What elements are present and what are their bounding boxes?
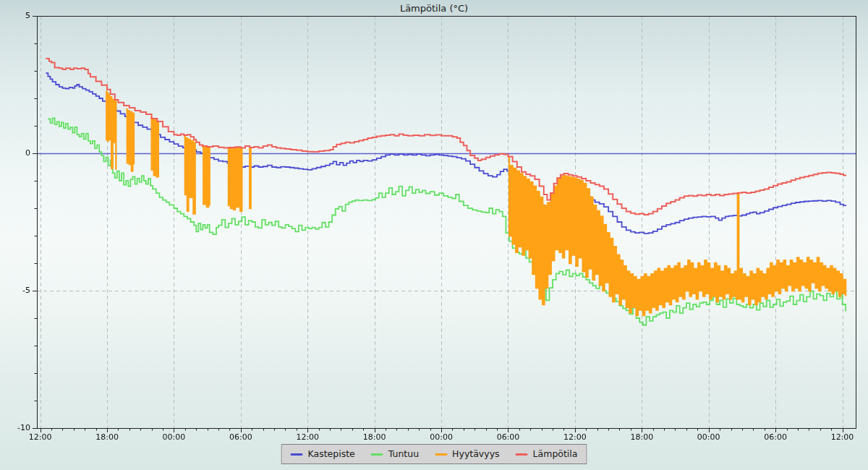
chart-legend: Kastepiste Tuntuu Hyytävyys Lämpötila — [281, 444, 587, 464]
temperature-chart: Lämpötila (°C) Kastepiste Tuntuu Hyytävy… — [0, 0, 868, 470]
legend-item-kastepiste: Kastepiste — [291, 450, 355, 459]
legend-item-hyytavyys: Hyytävyys — [435, 450, 499, 459]
legend-label-hyytavyys: Hyytävyys — [452, 450, 499, 459]
kastepiste-line-swatch-icon — [291, 453, 303, 456]
legend-label-tuntuu: Tuntuu — [388, 450, 419, 459]
tuntuu-line-swatch-icon — [371, 453, 383, 456]
legend-label-kastepiste: Kastepiste — [308, 450, 355, 459]
lampotila-line-swatch-icon — [516, 453, 528, 456]
legend-item-lampotila: Lämpötila — [516, 450, 578, 459]
hyytavyys-line-swatch-icon — [435, 453, 447, 456]
legend-label-lampotila: Lämpötila — [533, 450, 578, 459]
chart-canvas — [0, 0, 868, 470]
legend-item-tuntuu: Tuntuu — [371, 450, 419, 459]
